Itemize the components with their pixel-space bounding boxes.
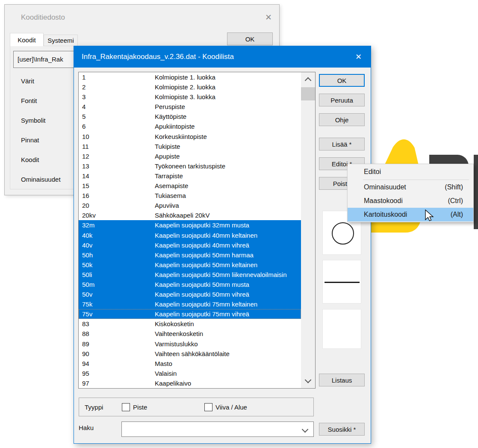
item-code: 50m xyxy=(79,280,155,289)
list-item[interactable]: 20kv Sähkökaapeli 20kV xyxy=(79,210,301,220)
item-label: Kaapelikaivo xyxy=(155,378,301,388)
sidebar-item: Fontit xyxy=(21,97,61,116)
item-code: 13 xyxy=(79,161,155,171)
list-item[interactable]: 97 Kaapelikaivo xyxy=(79,378,301,388)
checkbox-label: Piste xyxy=(133,404,147,411)
list-item[interactable]: 88 Vaihteenkosketin xyxy=(79,329,301,339)
list-item[interactable]: 14 Tarrapiste xyxy=(79,171,301,181)
list-item[interactable]: 40k Kaapelin suojaputki 40mm keltainen xyxy=(79,230,301,240)
logo-letter-stem xyxy=(474,155,478,229)
list-item[interactable]: 50k Kaapelin suojaputki 50mm keltainen xyxy=(79,260,301,270)
item-code: 16 xyxy=(79,191,155,200)
list-item[interactable]: 95 Valaisin xyxy=(79,368,301,378)
line-symbol-icon xyxy=(325,282,360,283)
list-item[interactable]: 3 Kolmiopiste 3. luokka xyxy=(79,92,301,102)
search-label: Haku xyxy=(79,424,94,431)
item-label: Kaapelin suojaputki 50mm keltainen xyxy=(155,260,301,270)
list-item[interactable]: 50v Kaapelin suojaputki 50mm vihreä xyxy=(79,289,301,299)
code-list: 1 Kolmiopiste 1. luokka 2 Kolmiopiste 2.… xyxy=(78,72,316,389)
menu-item-shortcut: (Alt) xyxy=(451,211,463,218)
list-item[interactable]: 50li Kaapelin suojaputki 50mm liikenneva… xyxy=(79,270,301,280)
item-label: Kaapelin suojaputki 32mm musta xyxy=(155,220,301,230)
menu-separator xyxy=(363,180,469,180)
chevron-down-icon[interactable] xyxy=(302,426,309,433)
settings-section-list: Värit Fontit Symbolit Pinnat Koodit Omin… xyxy=(21,77,61,195)
listing-button[interactable]: Listaus xyxy=(319,374,365,386)
ok-button[interactable]: OK xyxy=(227,32,273,45)
checkbox-piste[interactable]: Piste xyxy=(122,403,147,411)
type-label: Tyyppi xyxy=(85,404,122,411)
item-code: 11 xyxy=(79,141,155,151)
list-item[interactable]: 89 Varmistuslukko xyxy=(79,339,301,349)
item-code: 75k xyxy=(79,299,155,309)
checkbox-viiva-alue[interactable]: Viiva / Alue xyxy=(204,403,247,411)
list-item[interactable]: 11 Tukipiste xyxy=(79,141,301,151)
list-item[interactable]: 20 Apuviiva xyxy=(79,200,301,210)
search-combobox[interactable] xyxy=(121,421,314,437)
item-label: Peruspiste xyxy=(155,102,301,112)
item-label: Kolmiopiste 2. luokka xyxy=(155,82,301,92)
list-item[interactable]: 75k Kaapelin suojaputki 75mm keltainen xyxy=(79,299,301,309)
item-label: Kolmiopiste 1. luokka xyxy=(155,72,301,82)
item-code: 12 xyxy=(79,151,155,161)
item-label: Kaapelin suojaputki 50mm liikennevaloilm… xyxy=(155,270,301,280)
window-title: Infra_Rakentajakoodaus_v.2.36.dat - Kood… xyxy=(82,46,234,68)
list-scrollbar[interactable] xyxy=(301,72,315,388)
sidebar-item: Koodit xyxy=(21,156,61,175)
list-item[interactable]: 1 Kolmiopiste 1. luokka xyxy=(79,72,301,82)
menu-item-shortcut: (Ctrl) xyxy=(448,197,463,205)
list-item[interactable]: 13 Työkoneen tarkistuspiste xyxy=(79,161,301,171)
mouse-cursor xyxy=(425,209,435,223)
item-label: Apukiintopiste xyxy=(155,121,301,131)
item-code: 50k xyxy=(79,260,155,270)
close-icon[interactable]: ✕ xyxy=(265,12,272,22)
list-item[interactable]: 15 Asemapiste xyxy=(79,181,301,191)
list-item[interactable]: 2 Kolmiopiste 2. luokka xyxy=(79,82,301,92)
list-item[interactable]: 16 Tukiasema xyxy=(79,191,301,200)
add-button[interactable]: Lisää * xyxy=(319,138,365,150)
item-code: 2 xyxy=(79,82,155,92)
list-item[interactable]: 40v Kaapelin suojaputki 40mm vihreä xyxy=(79,240,301,250)
help-button[interactable]: Ohje xyxy=(319,113,365,126)
preview-symbol-line xyxy=(322,260,361,304)
ok-button[interactable]: OK xyxy=(319,74,365,87)
checkbox-icon[interactable] xyxy=(122,403,130,411)
title-bar[interactable]: Infra_Rakentajakoodaus_v.2.36.dat - Kood… xyxy=(74,46,371,68)
menu-item[interactable]: Kartoituskoodi (Alt) xyxy=(348,208,473,221)
item-label: Asemapiste xyxy=(155,181,301,191)
scrollbar-thumb[interactable] xyxy=(301,87,315,100)
item-label: Apuviiva xyxy=(155,200,301,210)
list-item[interactable]: 83 Kiskokosketin xyxy=(79,319,301,329)
sidebar-item: Pinnat xyxy=(21,136,61,156)
item-label: Tukiasema xyxy=(155,191,301,200)
item-code: 1 xyxy=(79,72,155,82)
list-item[interactable]: 10 Korkeuskiintopiste xyxy=(79,132,301,141)
favorite-button[interactable]: Suosikki * xyxy=(319,423,365,436)
cancel-button[interactable]: Peruuta xyxy=(319,94,365,106)
menu-item-label: Ominaisuudet xyxy=(364,183,445,191)
tab-koodit[interactable]: Koodit xyxy=(10,33,44,46)
list-item[interactable]: 75v Kaapelin suojaputki 75mm vihreä xyxy=(79,309,301,319)
list-item[interactable]: 32m Kaapelin suojaputki 32mm musta xyxy=(79,220,301,230)
list-item[interactable]: 6 Apukiintopiste xyxy=(79,121,301,131)
list-item[interactable]: 50h Kaapelin suojaputki 50mm harmaa xyxy=(79,250,301,260)
close-icon[interactable]: ✕ xyxy=(355,46,362,68)
list-item[interactable]: 90 Vaihteen sähkökääntölaite xyxy=(79,349,301,359)
checkbox-icon[interactable] xyxy=(204,403,212,411)
list-item[interactable]: 50m Kaapelin suojaputki 50mm musta xyxy=(79,280,301,289)
item-code: 50li xyxy=(79,270,155,280)
menu-item-editoi[interactable]: Editoi xyxy=(348,165,473,179)
menu-item[interactable]: Ominaisuudet (Shift) xyxy=(348,180,473,194)
list-item[interactable]: 4 Peruspiste xyxy=(79,102,301,112)
item-label: Vaihteen sähkökääntölaite xyxy=(155,349,301,359)
item-code: 50h xyxy=(79,250,155,260)
scroll-down-icon[interactable] xyxy=(301,374,315,388)
item-label: Kaapelin suojaputki 40mm keltainen xyxy=(155,230,301,240)
list-item[interactable]: 12 Apupiste xyxy=(79,151,301,161)
list-item[interactable]: 94 Masto xyxy=(79,359,301,368)
tab-systeemi[interactable]: Systeemi xyxy=(44,35,78,46)
scroll-up-icon[interactable] xyxy=(301,72,315,86)
menu-item[interactable]: Maastokoodi (Ctrl) xyxy=(348,194,473,208)
list-item[interactable]: 5 Käyttöpiste xyxy=(79,112,301,121)
item-label: Kolmiopiste 3. luokka xyxy=(155,92,301,102)
